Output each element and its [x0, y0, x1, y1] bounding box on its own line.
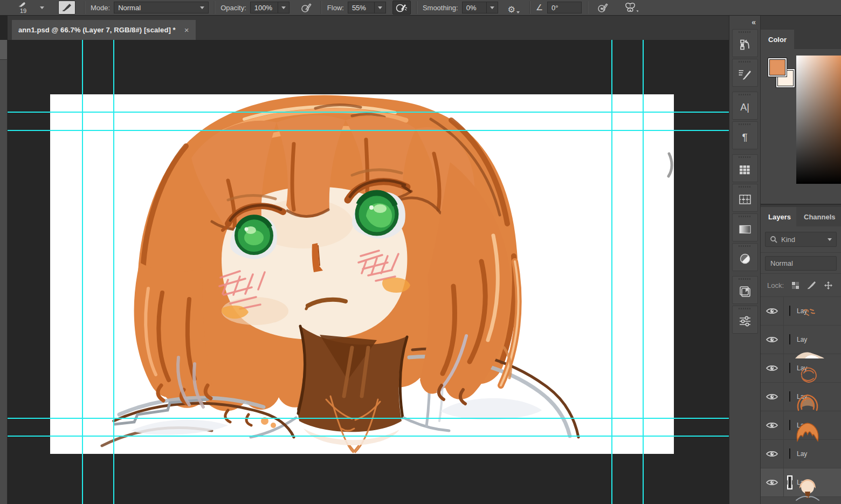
flow-label: Flow:	[327, 4, 344, 12]
color-panel-body	[761, 49, 841, 205]
gear-chevron-icon	[516, 11, 520, 13]
visibility-toggle[interactable]	[761, 411, 784, 439]
divider	[84, 1, 85, 14]
brush-options-bar: 19 Mode: Normal Opacity: 100% Flow:	[0, 0, 841, 16]
lock-pixels-button[interactable]	[807, 281, 816, 289]
character-panel-button[interactable]: A|	[732, 92, 758, 120]
swatches-panel-button[interactable]	[732, 154, 758, 182]
layer-row[interactable]: Lay	[761, 383, 841, 411]
visibility-toggle[interactable]	[761, 354, 784, 382]
panel-dock: «	[729, 16, 841, 504]
layer-row-selected[interactable]: Lay	[761, 468, 841, 497]
brush-settings-toggle-button[interactable]	[58, 1, 75, 15]
guide-vertical[interactable]	[113, 40, 114, 504]
layer-row[interactable]: Lay	[761, 297, 841, 326]
tool-preset-chevron-icon[interactable]	[40, 6, 44, 9]
lock-pixels-brush-icon	[807, 281, 816, 289]
tab-channels[interactable]: Channels	[796, 207, 841, 226]
brush-angle-input[interactable]: 0°	[547, 2, 582, 13]
smoothing-input[interactable]: 0%	[462, 2, 487, 13]
paragraph-panel-button[interactable]: ¶	[732, 121, 758, 149]
blend-mode-select[interactable]: Normal	[765, 256, 837, 271]
smoothing-chevron-button[interactable]	[487, 2, 498, 13]
eye-icon	[766, 450, 778, 458]
blend-mode-value: Normal	[770, 259, 793, 267]
color-panel-header: Color	[761, 16, 841, 49]
document-viewport[interactable]	[8, 40, 729, 504]
canvas[interactable]	[50, 94, 674, 454]
layer-row[interactable]: Lay	[761, 354, 841, 383]
adjustments-panel-button[interactable]	[732, 243, 758, 271]
tab-layers[interactable]: Layers	[761, 207, 798, 226]
eye-icon	[766, 307, 778, 315]
color-picker-field[interactable]	[796, 56, 841, 184]
pressure-opacity-button[interactable]	[297, 1, 315, 15]
lock-transparency-button[interactable]	[791, 281, 799, 289]
smoothing-label: Smoothing:	[423, 4, 458, 12]
mode-label: Mode:	[91, 4, 110, 12]
opacity-value: 100%	[254, 4, 272, 12]
guide-vertical[interactable]	[611, 40, 612, 504]
layer-row[interactable]: Lay	[761, 411, 841, 440]
layer-thumbnail[interactable]	[789, 420, 790, 430]
flow-input[interactable]: 55%	[348, 2, 375, 13]
layer-row[interactable]: Lay	[761, 326, 841, 354]
history-icon	[739, 39, 751, 51]
document-tab[interactable]: ann1.psd @ 66.7% (Layer 7, RGB/8#) [scal…	[12, 20, 196, 40]
layer-thumbnail[interactable]	[789, 363, 790, 373]
guide-horizontal[interactable]	[8, 130, 729, 131]
flow-value: 55%	[352, 4, 366, 12]
tab-color[interactable]: Color	[761, 30, 794, 49]
patterns-panel-button[interactable]	[732, 184, 758, 212]
expand-panels-button[interactable]: «	[752, 16, 760, 27]
tool-preset-picker[interactable]: 19	[18, 2, 28, 14]
airbrush-icon	[396, 2, 408, 13]
search-icon	[770, 236, 777, 243]
guide-vertical[interactable]	[82, 40, 83, 504]
guide-horizontal[interactable]	[8, 112, 729, 113]
properties-panel-button[interactable]	[732, 306, 758, 334]
properties-sliders-icon	[739, 315, 752, 327]
brush-settings-icon	[739, 68, 752, 80]
close-icon[interactable]: ×	[184, 25, 189, 34]
pressure-size-button[interactable]	[594, 1, 612, 15]
pen-pressure-size-icon	[597, 2, 608, 13]
panels-column: Color Layers Channels Kind	[761, 16, 841, 504]
smoothing-options-button[interactable]: ⚙	[504, 1, 524, 15]
patterns-icon	[739, 195, 751, 204]
guide-vertical[interactable]	[643, 40, 644, 504]
visibility-toggle[interactable]	[761, 297, 784, 325]
opacity-input[interactable]: 100%	[250, 2, 278, 13]
airbrush-button[interactable]	[392, 1, 411, 15]
visibility-toggle[interactable]	[761, 326, 784, 354]
mode-select[interactable]: Normal	[114, 2, 209, 13]
flow-chevron-button[interactable]	[375, 2, 386, 13]
layer-thumbnail[interactable]	[789, 391, 790, 402]
pen-pressure-icon	[301, 2, 312, 13]
blend-mode-row: Normal	[761, 253, 841, 274]
lock-position-button[interactable]	[824, 281, 833, 290]
opacity-chevron-button[interactable]	[278, 2, 289, 13]
divider	[214, 1, 215, 14]
visibility-toggle[interactable]	[761, 468, 784, 496]
visibility-toggle[interactable]	[761, 440, 784, 468]
guide-horizontal[interactable]	[8, 436, 729, 437]
layer-thumbnail[interactable]	[789, 448, 790, 459]
brush-angle-icon: ∠	[536, 3, 543, 12]
guide-horizontal[interactable]	[8, 418, 729, 419]
foreground-swatch[interactable]	[768, 58, 787, 77]
paint-symmetry-button[interactable]	[621, 1, 642, 15]
gradients-panel-button[interactable]	[732, 213, 758, 241]
layer-name[interactable]: Lay	[797, 450, 807, 458]
photoshop-window: 19 Mode: Normal Opacity: 100% Flow:	[0, 0, 841, 504]
brush-icon	[62, 3, 72, 12]
lock-row: Lock:	[761, 274, 841, 297]
history-panel-button[interactable]	[732, 29, 758, 57]
layer-thumbnail[interactable]	[789, 334, 790, 344]
brush-settings-panel-button[interactable]	[732, 59, 758, 87]
layer-row[interactable]: Lay	[761, 440, 841, 468]
libraries-panel-button[interactable]	[732, 276, 758, 304]
layer-filter-select[interactable]: Kind	[765, 232, 837, 247]
visibility-toggle[interactable]	[761, 383, 784, 411]
layer-thumbnail[interactable]	[789, 306, 790, 316]
